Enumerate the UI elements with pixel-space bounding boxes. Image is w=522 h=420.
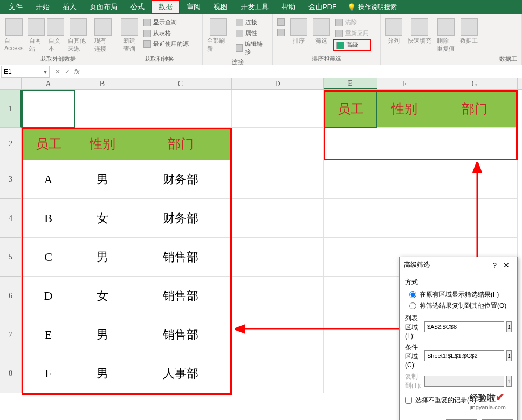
tab-home[interactable]: 开始 [29, 0, 56, 14]
cell-A5[interactable]: C [22, 238, 75, 277]
tab-wps[interactable]: 金山PDF [302, 0, 343, 14]
cell-E6[interactable] [324, 277, 377, 315]
cell-B8[interactable]: 男 [75, 354, 129, 393]
row-header-1[interactable]: 1 [0, 90, 22, 128]
cell-B5[interactable]: 男 [75, 238, 129, 277]
cell-E1[interactable]: 员工 [324, 90, 377, 128]
cell-A4[interactable]: B [22, 199, 75, 238]
row-header-5[interactable]: 5 [0, 238, 22, 277]
cell-B6[interactable]: 女 [75, 277, 129, 315]
btn-filter[interactable]: 筛选 [311, 17, 332, 46]
col-header-B[interactable]: B [75, 78, 129, 89]
cell-C4[interactable]: 财务部 [129, 199, 232, 238]
btn-prop[interactable]: 属性 [233, 28, 270, 38]
btn-other[interactable]: 自其他来源 [66, 17, 92, 54]
select-all-corner[interactable] [0, 78, 22, 89]
cell-D3[interactable] [232, 160, 324, 199]
radio-inplace-input[interactable] [409, 291, 416, 298]
col-header-C[interactable]: C [129, 78, 232, 89]
btn-texttocol[interactable]: 分列 [383, 17, 404, 46]
cell-E4[interactable] [324, 199, 377, 238]
btn-refresh[interactable]: 全部刷新 [205, 17, 232, 54]
cell-F4[interactable] [377, 199, 431, 238]
cell-B2[interactable]: 性别 [75, 128, 129, 160]
cancel-icon[interactable]: ✕ [55, 68, 60, 75]
dialog-close-button[interactable]: ✕ [500, 261, 513, 270]
btn-conn[interactable]: 连接 [233, 17, 270, 27]
cell-E8[interactable] [324, 354, 377, 393]
btn-newquery[interactable]: 新建 查询 [119, 17, 140, 54]
cell-G2[interactable] [431, 128, 518, 160]
tab-pagelayout[interactable]: 页面布局 [83, 0, 124, 14]
btn-sort-asc[interactable] [275, 17, 287, 27]
cell-E7[interactable] [324, 315, 377, 354]
row-header-8[interactable]: 8 [0, 354, 22, 393]
row-header-4[interactable]: 4 [0, 199, 22, 238]
cell-A7[interactable]: E [22, 315, 75, 354]
tab-insert[interactable]: 插入 [56, 0, 83, 14]
row-header-7[interactable]: 7 [0, 315, 22, 354]
dialog-radio-copy[interactable]: 将筛选结果复制到其他位置(O) [409, 301, 512, 311]
tab-developer[interactable]: 开发工具 [234, 0, 275, 14]
tab-file[interactable]: 文件 [2, 0, 29, 14]
btn-editlink[interactable]: 编辑链接 [233, 39, 270, 57]
cell-D2[interactable] [232, 128, 324, 160]
btn-web[interactable]: 自网站 [27, 17, 45, 54]
btn-sort-desc[interactable] [275, 27, 287, 37]
tab-review[interactable]: 审阅 [180, 0, 207, 14]
col-header-A[interactable]: A [22, 78, 75, 89]
cell-E2[interactable] [324, 128, 377, 160]
cell-A3[interactable]: A [22, 160, 75, 199]
cell-G1[interactable]: 部门 [431, 90, 518, 128]
btn-sort[interactable]: 排序 [288, 17, 310, 46]
cell-B1[interactable] [75, 90, 129, 128]
cell-F1[interactable]: 性别 [377, 90, 431, 128]
fx-icon[interactable]: fx [74, 68, 79, 75]
btn-text[interactable]: 自文本 [46, 17, 65, 54]
cell-A8[interactable]: F [22, 354, 75, 393]
chevron-down-icon[interactable]: ▾ [44, 68, 47, 75]
cell-C5[interactable]: 销售部 [129, 238, 232, 277]
confirm-icon[interactable]: ✓ [65, 68, 70, 75]
cell-A2[interactable]: 员工 [22, 128, 75, 160]
cell-C6[interactable]: 销售部 [129, 277, 232, 315]
cell-C2[interactable]: 部门 [129, 128, 232, 160]
dialog-help-button[interactable]: ? [489, 261, 500, 270]
cell-B4[interactable]: 女 [75, 199, 129, 238]
cell-D6[interactable] [232, 277, 324, 315]
cell-B3[interactable]: 男 [75, 160, 129, 199]
col-header-E[interactable]: E [324, 78, 377, 89]
btn-reapply[interactable]: 重新应用 [333, 28, 371, 38]
cell-E5[interactable] [324, 238, 377, 277]
criteria-range-input[interactable] [424, 350, 504, 361]
tab-formulas[interactable]: 公式 [124, 0, 151, 14]
btn-flashfill[interactable]: 快速填充 [406, 17, 434, 46]
criteria-range-picker[interactable]: ↥ [506, 350, 512, 361]
btn-fromtable[interactable]: 从表格 [141, 28, 191, 38]
col-header-D[interactable]: D [232, 78, 324, 89]
btn-removedupe[interactable]: 删除 重复值 [435, 17, 457, 54]
cell-A6[interactable]: D [22, 277, 75, 315]
cell-C8[interactable]: 人事部 [129, 354, 232, 393]
cell-F3[interactable] [377, 160, 431, 199]
name-box[interactable]: E1 ▾ [1, 66, 50, 78]
cell-D7[interactable] [232, 315, 324, 354]
search-hint[interactable]: 💡 操作说明搜索 [347, 3, 397, 12]
list-range-picker[interactable]: ↥ [506, 321, 512, 332]
btn-access[interactable]: 自 Access [2, 17, 26, 52]
cell-D1[interactable] [232, 90, 324, 128]
tab-help[interactable]: 帮助 [275, 0, 302, 14]
btn-advanced[interactable]: 高级 [333, 39, 371, 51]
btn-recent[interactable]: 最近使用的源 [141, 39, 191, 49]
cell-D4[interactable] [232, 199, 324, 238]
cell-F2[interactable] [377, 128, 431, 160]
row-header-3[interactable]: 3 [0, 160, 22, 199]
btn-clear[interactable]: 清除 [333, 17, 371, 27]
btn-existing[interactable]: 现有连接 [92, 17, 114, 54]
list-range-input[interactable] [424, 321, 504, 332]
cell-D8[interactable] [232, 354, 324, 393]
cell-C7[interactable]: 销售部 [129, 315, 232, 354]
cell-D5[interactable] [232, 238, 324, 277]
btn-showquery[interactable]: 显示查询 [141, 17, 191, 27]
dialog-radio-inplace[interactable]: 在原有区域显示筛选结果(F) [409, 290, 512, 299]
